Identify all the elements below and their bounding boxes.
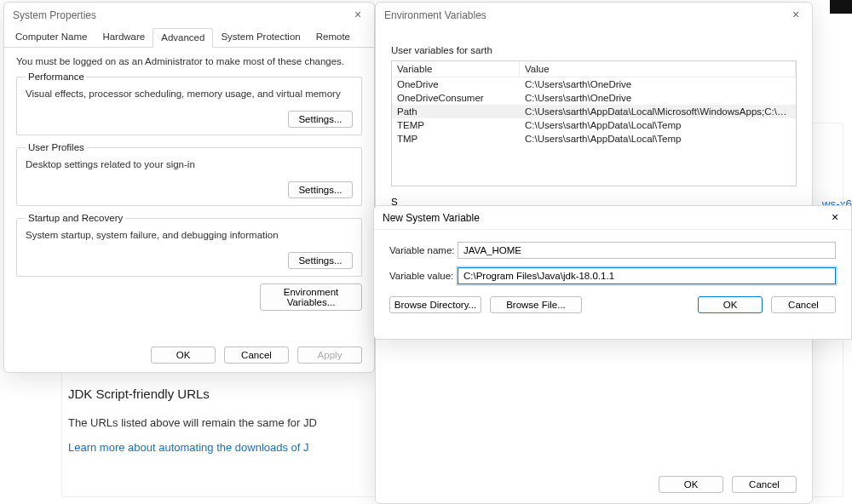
browse-directory-button[interactable]: Browse Directory... [389, 296, 481, 313]
user-vars-label: User variables for sarth [391, 45, 797, 55]
page-link[interactable]: Learn more about automating the download… [68, 441, 309, 454]
variable-name-input[interactable] [458, 242, 836, 259]
user-profiles-legend: User Profiles [26, 142, 87, 152]
sys-ok-button[interactable]: OK [151, 346, 216, 364]
system-properties-dialog: System Properties × Computer Name Hardwa… [3, 2, 375, 373]
user-vars-table[interactable]: Variable Value OneDriveC:\Users\sarth\On… [391, 60, 797, 186]
env-cancel-button[interactable]: Cancel [732, 476, 797, 493]
tab-remote[interactable]: Remote [308, 28, 358, 47]
tab-computer-name[interactable]: Computer Name [8, 28, 95, 47]
table-row: TMPC:\Users\sarth\AppData\Local\Temp [392, 132, 796, 146]
startup-recovery-group: Startup and Recovery System startup, sys… [16, 213, 362, 277]
performance-text: Visual effects, processor scheduling, me… [26, 89, 353, 99]
table-row: OneDriveC:\Users\sarth\OneDrive [392, 77, 796, 91]
nv-title: New System Variable [383, 212, 480, 224]
startup-recovery-settings-button[interactable]: Settings... [288, 252, 353, 269]
close-icon[interactable]: × [827, 210, 843, 226]
nv-ok-button[interactable]: OK [698, 296, 763, 313]
performance-group: Performance Visual effects, processor sc… [16, 72, 362, 135]
sys-cancel-button[interactable]: Cancel [224, 346, 289, 364]
user-profiles-settings-button[interactable]: Settings... [288, 181, 353, 198]
close-icon[interactable]: × [788, 8, 803, 23]
variable-value-label: Variable value: [389, 271, 458, 281]
col-variable[interactable]: Variable [392, 61, 520, 77]
variable-value-input[interactable] [458, 267, 836, 284]
env-titlebar[interactable]: Environment Variables × [376, 3, 812, 28]
titlebar[interactable]: System Properties × [4, 3, 374, 28]
col-value[interactable]: Value [520, 61, 796, 77]
env-ok-button[interactable]: OK [659, 476, 723, 493]
startup-recovery-text: System startup, system failure, and debu… [26, 230, 353, 240]
table-row: TEMPC:\Users\sarth\AppData\Local\Temp [392, 118, 796, 132]
environment-variables-button[interactable]: Environment Variables... [260, 284, 362, 311]
new-system-variable-dialog: New System Variable × Variable name: Var… [373, 205, 852, 340]
tab-advanced[interactable]: Advanced [153, 28, 213, 48]
env-title: Environment Variables [384, 9, 486, 21]
browse-file-button[interactable]: Browse File... [490, 296, 582, 313]
sys-title: System Properties [13, 9, 96, 21]
nv-cancel-button[interactable]: Cancel [771, 296, 836, 313]
env-footer: OK Cancel [659, 476, 797, 493]
top-black-strip [830, 0, 852, 14]
nv-body: Variable name: Variable value: Browse Di… [374, 230, 851, 325]
startup-recovery-legend: Startup and Recovery [26, 213, 125, 223]
nv-titlebar[interactable]: New System Variable × [374, 206, 851, 230]
tab-system-protection[interactable]: System Protection [213, 28, 308, 47]
table-row: OneDriveConsumerC:\Users\sarth\OneDrive [392, 91, 796, 105]
sys-footer: OK Cancel Apply [4, 346, 374, 364]
variable-name-label: Variable name: [389, 245, 458, 255]
sys-apply-button[interactable]: Apply [297, 346, 362, 364]
sys-tab-body: You must be logged on as an Administrato… [4, 48, 374, 319]
user-profiles-text: Desktop settings related to your sign-in [26, 159, 353, 169]
sys-tabs: Computer Name Hardware Advanced System P… [4, 28, 374, 48]
admin-note: You must be logged on as an Administrato… [16, 56, 362, 66]
performance-legend: Performance [26, 72, 87, 82]
close-icon[interactable]: × [350, 8, 366, 23]
user-profiles-group: User Profiles Desktop settings related t… [16, 142, 362, 206]
performance-settings-button[interactable]: Settings... [288, 111, 353, 128]
table-row: PathC:\Users\sarth\AppData\Local\Microso… [392, 105, 796, 118]
tab-hardware[interactable]: Hardware [95, 28, 153, 47]
